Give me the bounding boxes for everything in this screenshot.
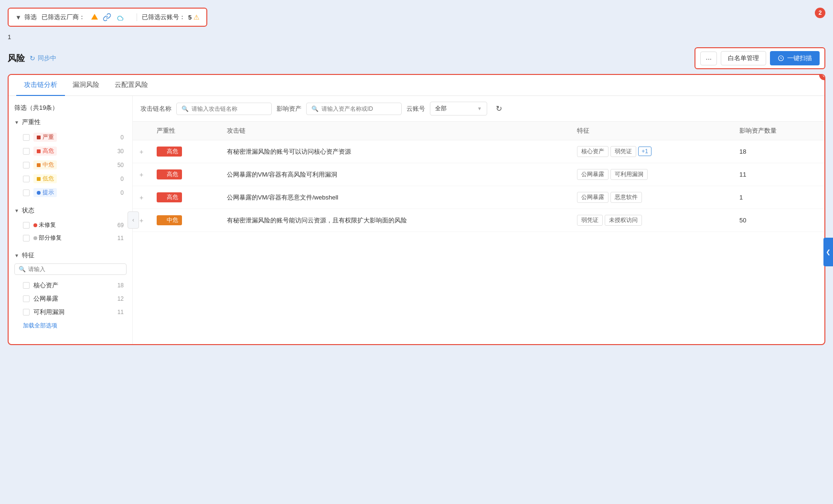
feature-tag: 未授权访问	[605, 215, 642, 226]
sync-button[interactable]: ↻ 同步中	[30, 54, 56, 63]
scan-icon	[778, 55, 784, 62]
feature-core-label: 核心资产	[33, 281, 58, 290]
tabs-row: 攻击链分析 漏洞风险 云配置风险	[9, 75, 824, 96]
attack-chain-input[interactable]	[192, 105, 267, 112]
filter-panel: 筛选（共19条） ▼ 严重性 严重 0	[9, 96, 133, 344]
filter-severity-medium[interactable]: 中危 50	[14, 158, 127, 172]
row-expand-icon[interactable]: +	[139, 148, 143, 156]
more-button[interactable]: ···	[700, 52, 717, 65]
attack-chain-name[interactable]: 有秘密泄漏风险的账号能访问云资源，且有权限扩大影响面的风险	[220, 209, 570, 232]
filter-severity-info[interactable]: 提示 0	[14, 186, 127, 200]
refresh-icon: ↻	[496, 105, 502, 113]
dot-red	[33, 223, 37, 227]
checkbox-critical[interactable]	[23, 134, 30, 141]
status-partial: 部分修复	[33, 234, 62, 242]
filter-feature-public[interactable]: 公网暴露 12	[14, 292, 127, 305]
checkbox-low[interactable]	[23, 176, 30, 182]
risk-title: 风险	[8, 52, 25, 64]
status-unfix: 未修复	[33, 221, 56, 229]
asset-count: 11	[733, 163, 824, 186]
search-icon-asset: 🔍	[311, 105, 319, 112]
severity-title: 严重性	[22, 118, 41, 126]
checkbox-public[interactable]	[23, 295, 30, 302]
filter-severity-high[interactable]: 高危 30	[14, 144, 127, 158]
account-select[interactable]: 全部 ▼	[430, 102, 487, 116]
filter-severity-low[interactable]: 低危 0	[14, 172, 127, 186]
filter-feature-vuln[interactable]: 可利用漏洞 11	[14, 305, 127, 319]
severity-triangle: ▼	[14, 120, 19, 125]
tab-attack-chain[interactable]: 攻击链分析	[16, 75, 65, 96]
feature-search-input[interactable]	[28, 266, 122, 273]
asset-count: 1	[733, 186, 824, 209]
critical-icon	[36, 135, 41, 140]
checkbox-core[interactable]	[23, 282, 30, 289]
attack-chain-label: 攻击链名称	[140, 105, 171, 113]
attack-chain-search[interactable]: 🔍	[176, 103, 272, 115]
filter-status-unfix[interactable]: 未修复 69	[14, 219, 127, 231]
severity-tag: 高危	[157, 147, 182, 157]
account-select-text: 全部	[435, 105, 474, 113]
feature-tag: 弱凭证	[577, 215, 603, 226]
medium-icon	[36, 163, 41, 168]
svg-point-5	[37, 191, 41, 195]
feature-triangle: ▼	[14, 253, 19, 258]
asset-search[interactable]: 🔍	[306, 103, 402, 115]
filter-bar[interactable]: ▼ 筛选 已筛选云厂商： 已筛选云账号： 5 ⚠	[8, 8, 207, 27]
dot-gray	[33, 236, 37, 240]
feature-header[interactable]: ▼ 特征	[14, 251, 127, 260]
filter-panel-title: 筛选（共19条）	[14, 104, 127, 112]
svg-rect-6	[161, 150, 165, 154]
row-expand-icon[interactable]: +	[139, 194, 143, 201]
svg-rect-3	[37, 163, 41, 167]
asset-label: 影响资产	[277, 105, 301, 113]
high-icon	[36, 149, 41, 154]
table-row: + 高危 有秘密泄漏风险的账号可以访问核心资产资源核心资产弱凭证+118	[133, 140, 824, 163]
severity-icon	[160, 172, 165, 177]
load-all-link[interactable]: 加载全部选项	[14, 322, 127, 330]
badge-medium: 中危	[33, 160, 57, 169]
svg-rect-2	[37, 149, 41, 153]
asset-count: 18	[733, 140, 824, 163]
filter-status-partial[interactable]: 部分修复 11	[14, 231, 127, 244]
attack-chain-name[interactable]: 有秘密泄漏风险的账号可以访问核心资产资源	[220, 140, 570, 163]
whitelist-button[interactable]: 白名单管理	[721, 51, 766, 65]
sync-icon: ↻	[30, 54, 35, 62]
collapse-panel-button[interactable]: ‹	[128, 211, 139, 229]
status-title: 状态	[22, 206, 34, 215]
feature-search-box[interactable]: 🔍	[14, 263, 127, 275]
high-count: 30	[117, 148, 124, 155]
status-header[interactable]: ▼ 状态	[14, 206, 127, 215]
checkbox-unfix[interactable]	[23, 222, 30, 229]
feature-tag: 恶意软件	[610, 192, 642, 203]
data-table: 严重性 攻击链 特征 影响资产数量 + 高危 有秘密泄漏风险的账号可以访问核心资…	[133, 122, 824, 232]
attack-chain-name[interactable]: 公网暴露的VM/容器有高风险可利用漏洞	[220, 163, 570, 186]
checkbox-partial[interactable]	[23, 235, 30, 242]
link-icon	[102, 12, 112, 22]
filter-feature-core[interactable]: 核心资产 18	[14, 279, 127, 292]
checkbox-vuln[interactable]	[23, 309, 30, 315]
severity-header[interactable]: ▼ 严重性	[14, 118, 127, 126]
filter-severity-critical[interactable]: 严重 0	[14, 130, 127, 144]
tab-vuln-risk[interactable]: 漏洞风险	[65, 75, 107, 96]
attack-chain-name[interactable]: 公网暴露的VM/容器有恶意文件/webshell	[220, 186, 570, 209]
feature-public-label: 公网暴露	[33, 294, 58, 303]
scan-button[interactable]: 一键扫描	[770, 51, 820, 65]
checkbox-info[interactable]	[23, 189, 30, 196]
refresh-button[interactable]: ↻	[492, 102, 506, 115]
cloud-vendor-label: 已筛选云厂商：	[42, 13, 85, 21]
asset-input[interactable]	[321, 105, 396, 112]
medium-count: 50	[117, 162, 124, 168]
table-toolbar: 攻击链名称 🔍 影响资产 🔍 云账号 全部 ▼	[133, 96, 824, 122]
critical-count: 0	[120, 134, 124, 141]
th-expand	[133, 122, 150, 140]
row-expand-icon[interactable]: +	[139, 217, 143, 224]
vuln-count: 11	[117, 309, 124, 315]
tab-cloud-config[interactable]: 云配置风险	[107, 75, 156, 96]
right-toggle-button[interactable]: ❮	[823, 238, 833, 266]
checkbox-medium[interactable]	[23, 162, 30, 168]
checkbox-high[interactable]	[23, 148, 30, 155]
row-expand-icon[interactable]: +	[139, 171, 143, 178]
core-count: 18	[117, 282, 124, 289]
th-count: 影响资产数量	[733, 122, 824, 140]
badge-high: 高危	[33, 147, 57, 156]
